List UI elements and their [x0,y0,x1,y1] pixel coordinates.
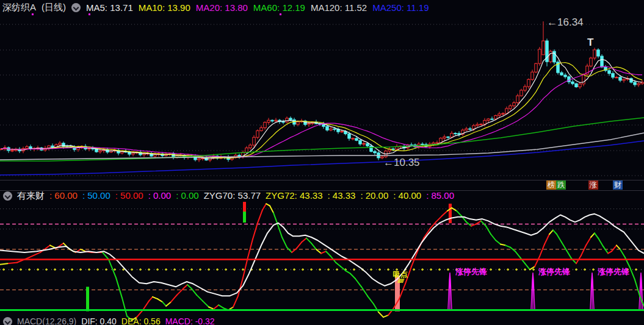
indicator-value-8: : 43.33 [328,190,356,202]
main-chart-header: 深纺织A (日线) MA5: 13.71MA10: 13.90MA20: 13.… [2,2,429,13]
indicator-value-4: : 0.00 [148,190,172,202]
collapse-chevron-icon[interactable] [3,191,12,201]
high-price-annotation: ←16.34 [547,16,584,29]
indicator-legend: 有来财: 60.00: 50.00: 50.00: 0.00: 0.00ZYG7… [17,190,454,202]
ma-label-3: MA60: 12.19 [253,2,305,13]
indicator-value-2: : 50.00 [82,190,110,202]
indicator-value-7: ZYG72: 43.33 [266,190,322,202]
alert-dot [280,13,281,15]
stock-chart-window: 深纺织A (日线) MA5: 13.71MA10: 13.90MA20: 13.… [0,0,644,325]
indicator-value-10: : 40.00 [393,190,421,202]
ma-label-2: MA20: 13.80 [196,2,248,13]
indicator-value-3: : 50.00 [115,190,143,202]
ma-label-1: MA10: 13.90 [139,2,190,13]
tab-3-财[interactable]: 财 [613,180,623,190]
ma-legend: MA5: 13.71MA10: 13.90MA20: 13.80MA60: 12… [86,2,429,13]
ma-label-0: MA5: 13.71 [86,2,133,13]
tab-0-榜[interactable]: 榜 [546,180,556,190]
indicator-value-11: : 85.00 [426,190,454,202]
limit-up-pioneer-label-2: 涨停先锋 [598,266,629,277]
macd-value-2: DEA: 0.56 [121,316,161,325]
macd-value-1: DIF: 0.40 [81,316,117,325]
limit-up-pioneer-label-1: 涨停先锋 [538,266,570,277]
absorb-point-label: 吸点 ////// [393,271,408,285]
alert-dot [89,13,90,15]
ma-label-4: MA120: 11.52 [311,2,367,13]
macd-value-0: MACD(12,26,9) [17,316,76,325]
tab-1-跌[interactable]: 跌 [556,180,566,190]
limit-up-pioneer-label-0: 涨停先锋 [455,266,487,277]
indicator-value-0: 有来财 [17,190,45,202]
macd-value-3: MACD: -0.32 [165,316,215,325]
absorb-point-text: 吸点 [393,270,408,279]
indicator-value-5: : 0.00 [176,190,199,202]
indicator-header: 有来财: 60.00: 50.00: 50.00: 0.00: 0.00ZYG7… [3,190,454,202]
t-doji-marker: T [587,37,593,49]
ma-label-5: MA250: 11.19 [372,2,429,13]
macd-header: MACD(12,26,9)DIF: 0.40DEA: 0.56MACD: -0.… [3,316,215,325]
collapse-chevron-icon[interactable] [71,3,81,12]
indicator-value-6: ZYG70: 53.77 [204,190,261,202]
low-price-annotation: ←10.35 [383,157,420,169]
tab-2-涨[interactable]: 涨 [588,180,598,190]
stock-title: 深纺织A [2,2,36,13]
period-label: (日线) [42,2,66,13]
indicator-value-1: : 60.00 [49,190,78,202]
collapse-chevron-icon[interactable] [3,317,12,325]
macd-legend: MACD(12,26,9)DIF: 0.40DEA: 0.56MACD: -0.… [17,316,215,325]
alert-dot [32,13,34,15]
absorb-point-underline: ////// [393,278,408,285]
indicator-value-9: : 20.00 [360,190,388,202]
